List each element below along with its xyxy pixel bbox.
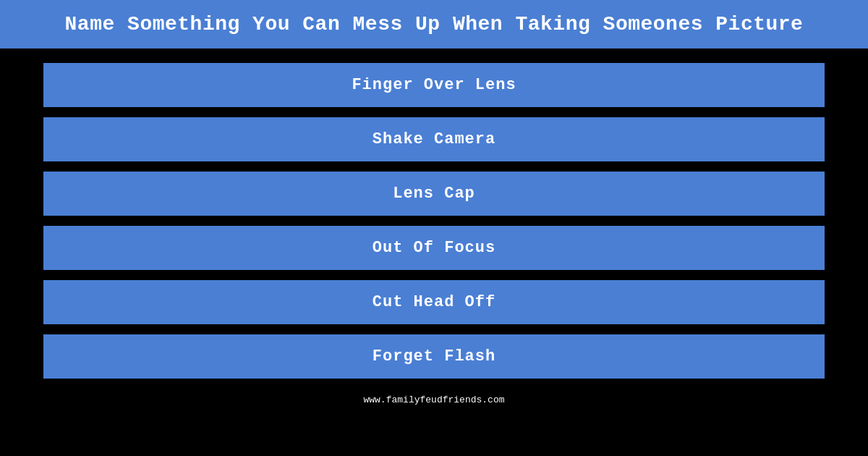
content-area: Finger Over LensShake CameraLens CapOut … <box>0 48 868 386</box>
answer-row[interactable]: Cut Head Off <box>43 280 825 324</box>
answer-text: Forget Flash <box>373 347 495 366</box>
answer-row[interactable]: Shake Camera <box>43 117 825 161</box>
footer-url: www.familyfeudfriends.com <box>363 394 504 405</box>
answer-row[interactable]: Finger Over Lens <box>43 63 825 107</box>
answer-row[interactable]: Lens Cap <box>43 172 825 216</box>
answer-text: Shake Camera <box>373 130 495 148</box>
footer: www.familyfeudfriends.com <box>0 394 868 405</box>
answer-text: Lens Cap <box>393 185 475 203</box>
answer-row[interactable]: Forget Flash <box>43 334 825 379</box>
answer-text: Cut Head Off <box>373 293 495 311</box>
answer-row[interactable]: Out Of Focus <box>43 226 825 270</box>
answer-text: Finger Over Lens <box>352 76 516 94</box>
header-title: Name Something You Can Mess Up When Taki… <box>65 13 804 35</box>
answer-text: Out Of Focus <box>373 239 495 257</box>
header: Name Something You Can Mess Up When Taki… <box>0 0 868 48</box>
